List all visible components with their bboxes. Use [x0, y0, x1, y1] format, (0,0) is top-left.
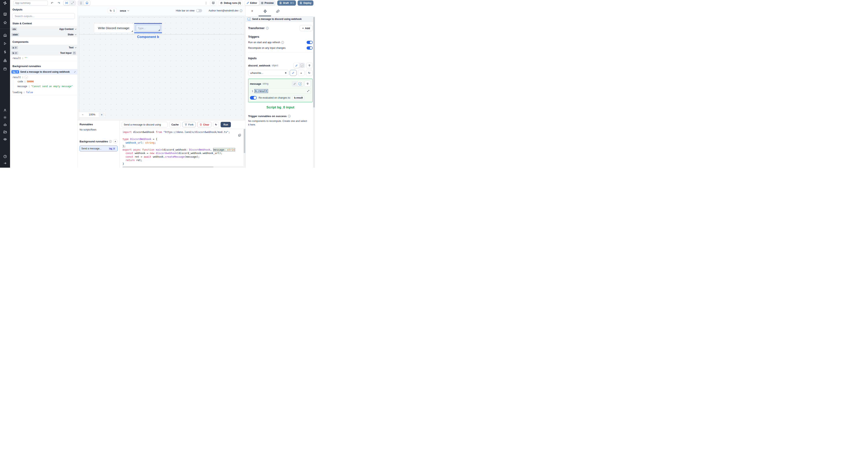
more-menu-button[interactable]: ⋮ — [203, 1, 209, 5]
resources-icon[interactable] — [3, 59, 7, 62]
mobile-view-button[interactable] — [78, 1, 84, 5]
output-row-component-b[interactable]: b Text Input — [10, 50, 78, 56]
static-mode-button[interactable] — [293, 63, 299, 68]
app-canvas[interactable]: Write Discord message: Type... Component… — [78, 15, 246, 120]
reeval-target-chip[interactable]: b.result — [292, 96, 304, 100]
runnable-name-input[interactable] — [122, 122, 167, 127]
center-layout-button[interactable] — [63, 1, 69, 5]
reeval-toggle[interactable] — [250, 96, 257, 100]
clear-resource-icon[interactable]: × — [285, 71, 286, 74]
settings-gear-icon[interactable] — [3, 116, 7, 120]
workers-robot-icon[interactable] — [3, 123, 7, 127]
chevron-down-icon[interactable] — [75, 28, 76, 30]
collapse-sidebar-icon[interactable] — [3, 161, 7, 165]
clear-button[interactable]: Clear — [197, 122, 211, 127]
windmill-logo[interactable] — [0, 0, 10, 6]
refresh-count-button[interactable]: ↻ 1 — [108, 8, 117, 13]
copy-code-icon[interactable] — [238, 134, 241, 137]
message-value: "Cannot send an empty message" — [31, 85, 73, 88]
text-component-a[interactable]: Write Discord message: — [94, 24, 133, 32]
collapse-result-button[interactable]: - — [25, 76, 28, 79]
panel-scrollbar[interactable] — [313, 16, 315, 168]
folders-icon[interactable] — [3, 130, 7, 134]
schedules-icon[interactable] — [3, 67, 7, 71]
zoom-out-button[interactable]: − — [79, 112, 86, 117]
undo-button[interactable]: ↶ — [50, 1, 55, 5]
run-button[interactable]: Run — [221, 122, 231, 127]
recompute-toggle[interactable] — [307, 46, 313, 50]
collapse-toggle[interactable] — [73, 52, 76, 55]
component-a-badge: a — [13, 46, 14, 49]
fork-button[interactable]: Fork — [182, 122, 196, 127]
eval-mode-button[interactable]: ƒ — [299, 63, 305, 68]
search-outputs-input[interactable] — [12, 13, 75, 19]
run-on-start-toggle[interactable] — [307, 41, 313, 44]
bottom-panel: Runnables No scripts/flows Background ru… — [78, 120, 246, 168]
runs-icon[interactable] — [3, 41, 7, 45]
info-icon[interactable]: i — [288, 115, 290, 118]
resize-handle[interactable] — [132, 31, 133, 32]
favorites-icon[interactable] — [3, 21, 7, 25]
schedule-dropdown[interactable]: once — [120, 9, 129, 12]
fullwidth-layout-button[interactable] — [69, 1, 75, 5]
info-icon[interactable]: i — [240, 9, 242, 12]
preview-eye-icon — [261, 2, 264, 4]
resource-picker[interactable]: u/henri/te... × — [248, 70, 288, 76]
home-icon[interactable] — [3, 33, 7, 37]
deploy-button[interactable]: Deploy — [298, 0, 313, 6]
component-b-badge: b — [13, 52, 14, 54]
expand-editor-icon[interactable] — [307, 90, 309, 92]
code-horizontal-scrollbar[interactable] — [123, 166, 244, 168]
zoom-in-button[interactable]: + — [99, 112, 105, 117]
hide-bar-toggle[interactable] — [196, 9, 202, 12]
textinput-component-b-selected[interactable]: Type... — [134, 23, 162, 33]
edit-resource-button[interactable] — [290, 70, 297, 76]
user-icon[interactable] — [3, 108, 7, 112]
debug-runs-button[interactable]: Debug runs (3) — [218, 0, 243, 6]
variables-icon[interactable] — [3, 50, 7, 54]
info-icon[interactable]: i — [109, 140, 112, 143]
component-b-result: result : "" — [10, 56, 78, 61]
chevron-down-icon[interactable] — [75, 33, 76, 35]
info-icon[interactable]: i — [266, 27, 269, 30]
output-row-state[interactable]: state State — [10, 32, 78, 37]
edit-pencil-icon[interactable] — [74, 71, 76, 73]
add-background-runnable-button[interactable]: + — [113, 139, 118, 143]
workspace-icon[interactable] — [3, 12, 7, 16]
expression-editor[interactable]: 1 b.result — [250, 88, 311, 94]
create-resource-button[interactable]: + — [298, 70, 305, 76]
resize-handle[interactable] — [158, 30, 160, 31]
tab-insert-component[interactable]: + — [250, 9, 254, 13]
redo-button[interactable]: ↷ — [56, 1, 61, 5]
audit-eye-icon[interactable] — [3, 137, 7, 141]
state-badge: state — [11, 33, 19, 36]
text-input-field[interactable]: Type... — [136, 25, 160, 31]
help-icon[interactable] — [3, 155, 7, 158]
info-icon[interactable]: i — [281, 41, 284, 44]
eval-mode-button[interactable]: ƒ — [298, 81, 303, 86]
reload-code-button[interactable]: ↻ — [213, 122, 219, 127]
output-row-ctx[interactable]: ctx App Context — [10, 26, 78, 32]
desktop-view-button[interactable] — [84, 1, 90, 5]
tab-component-settings[interactable] — [263, 9, 267, 13]
connect-plug-button[interactable] — [306, 63, 313, 68]
dw-mode-switch: ƒ — [293, 63, 305, 68]
refresh-count: 1 — [113, 9, 115, 12]
chevron-down-icon[interactable] — [75, 46, 76, 48]
connect-plug-button[interactable] — [304, 81, 311, 87]
tab-editor[interactable]: Editor — [245, 1, 259, 5]
draft-button[interactable]: Draft ⌘S — [277, 0, 296, 6]
output-row-component-a[interactable]: a Text — [10, 45, 78, 50]
runnable-item-bg0[interactable]: Send a message... bg_0 — [80, 145, 118, 152]
docs-button[interactable] — [210, 0, 216, 6]
tab-preview[interactable]: Preview — [259, 1, 276, 5]
app-summary-input[interactable] — [13, 1, 48, 5]
background-runnable-row[interactable]: bg_0 Send a message to discord using web… — [10, 69, 78, 74]
tab-styling[interactable] — [276, 9, 280, 13]
code-editor[interactable]: import discordwebhook from "https://deno… — [120, 129, 246, 168]
cache-button[interactable]: Cache — [169, 122, 181, 127]
static-mode-button[interactable] — [292, 81, 298, 86]
add-transformer-button[interactable]: + Add — [300, 25, 313, 31]
refresh-resource-button[interactable]: ↻ — [306, 70, 313, 76]
code-vertical-scrollbar[interactable] — [244, 129, 246, 168]
